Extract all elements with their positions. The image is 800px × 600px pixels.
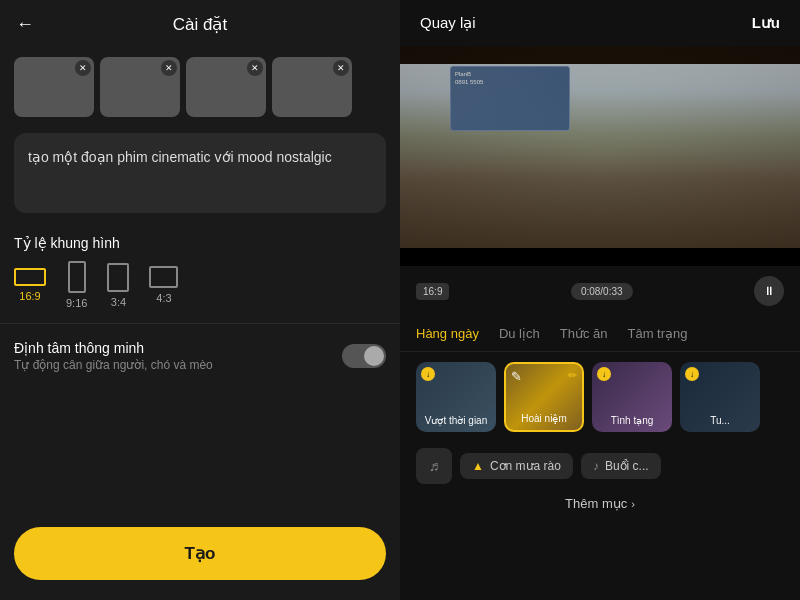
aspect-3-4-icon	[107, 263, 129, 292]
download-icon-4: ↓	[685, 367, 699, 381]
style-card-4-label: Tu...	[680, 415, 760, 426]
smart-framing-section: Định tâm thông minh Tự động cân giữa ngư…	[0, 323, 400, 372]
tab-du-lich[interactable]: Du lịch	[499, 326, 540, 341]
page-title: Cài đặt	[173, 14, 227, 35]
edit-icon: ✎	[511, 369, 522, 384]
close-thumbnail-3-button[interactable]: ✕	[247, 60, 263, 76]
music-tag-1-icon: ▲	[472, 459, 484, 473]
close-thumbnail-2-button[interactable]: ✕	[161, 60, 177, 76]
aspect-9-16-icon	[68, 261, 86, 293]
music-tag-2-text: Buổi c...	[605, 459, 649, 473]
aspect-3-4-label: 3:4	[111, 296, 126, 308]
pen-icon: ✏	[568, 369, 577, 382]
aspect-3-4[interactable]: 3:4	[107, 263, 129, 308]
close-thumbnail-1-button[interactable]: ✕	[75, 60, 91, 76]
create-button[interactable]: Tạo	[14, 527, 386, 580]
left-header: ← Cài đặt	[0, 0, 400, 49]
smart-framing-row: Định tâm thông minh Tự động cân giữa ngư…	[14, 340, 386, 372]
aspect-badge: 16:9	[416, 283, 449, 300]
thumbnail-3[interactable]: ✕	[186, 57, 266, 117]
them-muc-label: Thêm mục	[565, 496, 627, 511]
aspect-4-3-label: 4:3	[156, 292, 171, 304]
style-card-extra[interactable]: ↓ Tu...	[680, 362, 760, 432]
category-tabs: Hàng ngày Du lịch Thức ăn Tâm trạng	[400, 316, 800, 352]
back-button[interactable]: ←	[16, 14, 34, 35]
thumbnail-1[interactable]: ✕	[14, 57, 94, 117]
style-card-hoai-niem[interactable]: ✎ ✏ Hoài niệm	[504, 362, 584, 432]
close-thumbnail-4-button[interactable]: ✕	[333, 60, 349, 76]
download-icon-3: ↓	[597, 367, 611, 381]
download-icon-1: ↓	[421, 367, 435, 381]
smart-framing-toggle[interactable]	[342, 344, 386, 368]
save-button[interactable]: Lưu	[752, 14, 780, 32]
thumbnail-4[interactable]: ✕	[272, 57, 352, 117]
music-tag-2[interactable]: ♪ Buổi c...	[581, 453, 661, 479]
player-controls: 16:9 0:08/0:33 ⏸	[400, 266, 800, 316]
style-card-tinh-tang[interactable]: ↓ Tình tạng	[592, 362, 672, 432]
them-muc-row[interactable]: Thêm mục ›	[400, 490, 800, 517]
tab-tam-trang[interactable]: Tâm trạng	[628, 326, 688, 341]
smart-framing-subtitle: Tự động cân giữa người, chó và mèo	[14, 358, 213, 372]
music-tag-1[interactable]: ▲ Cơn mưa rào	[460, 453, 573, 479]
letterbox-bottom	[400, 248, 800, 266]
aspect-16-9[interactable]: 16:9	[14, 268, 46, 302]
toggle-knob	[364, 346, 384, 366]
create-button-wrap: Tạo	[14, 527, 386, 580]
aspect-ratio-section: Tỷ lệ khung hình 16:9 9:16	[0, 221, 400, 309]
video-scene: PlanB0891 5505	[400, 46, 800, 266]
aspect-ratio-label: Tỷ lệ khung hình	[14, 235, 386, 251]
aspect-9-16-label: 9:16	[66, 297, 87, 309]
left-panel: ← Cài đặt ✕ ✕ ✕ ✕ tạo một đoạn phim cine…	[0, 0, 400, 600]
aspect-4-3[interactable]: 4:3	[149, 266, 178, 304]
music-tag-2-icon: ♪	[593, 459, 599, 473]
aspect-16-9-icon	[14, 268, 46, 286]
style-card-3-label: Tình tạng	[592, 415, 672, 426]
aspect-4-3-icon	[149, 266, 178, 288]
smart-framing-text: Định tâm thông minh Tự động cân giữa ngư…	[14, 340, 213, 372]
smart-framing-title: Định tâm thông minh	[14, 340, 213, 356]
aspect-ratios-group: 16:9 9:16 3:4	[14, 261, 386, 309]
back-button-right[interactable]: Quay lại	[420, 14, 476, 32]
time-display: 0:08/0:33	[571, 283, 633, 300]
tab-hang-ngay[interactable]: Hàng ngày	[416, 326, 479, 341]
film-grain-overlay	[400, 46, 800, 266]
style-cards-row: ↓ Vượt thời gian ✎ ✏ Hoài niệm ↓ Tình tạ…	[400, 352, 800, 442]
music-button[interactable]: ♬	[416, 448, 452, 484]
aspect-16-9-label: 16:9	[19, 290, 40, 302]
music-tag-1-text: Cơn mưa rào	[490, 459, 561, 473]
right-panel: Quay lại Lưu PlanB0891 5505 16:9 0:08/0:…	[400, 0, 800, 600]
chevron-right-icon: ›	[631, 498, 635, 510]
pause-button[interactable]: ⏸	[754, 276, 784, 306]
tab-thuc-an[interactable]: Thức ăn	[560, 326, 608, 341]
thumbnails-row: ✕ ✕ ✕ ✕	[0, 49, 400, 125]
right-header: Quay lại Lưu	[400, 0, 800, 46]
style-card-vuot-thoi-gian[interactable]: ↓ Vượt thời gian	[416, 362, 496, 432]
pause-icon: ⏸	[763, 284, 775, 298]
music-row: ♬ ▲ Cơn mưa rào ♪ Buổi c...	[400, 442, 800, 490]
aspect-9-16[interactable]: 9:16	[66, 261, 87, 309]
style-card-1-label: Vượt thời gian	[416, 415, 496, 426]
thumbnail-2[interactable]: ✕	[100, 57, 180, 117]
video-preview: PlanB0891 5505	[400, 46, 800, 266]
style-card-2-label: Hoài niệm	[506, 413, 582, 424]
prompt-box[interactable]: tạo một đoạn phim cinematic với mood nos…	[14, 133, 386, 213]
